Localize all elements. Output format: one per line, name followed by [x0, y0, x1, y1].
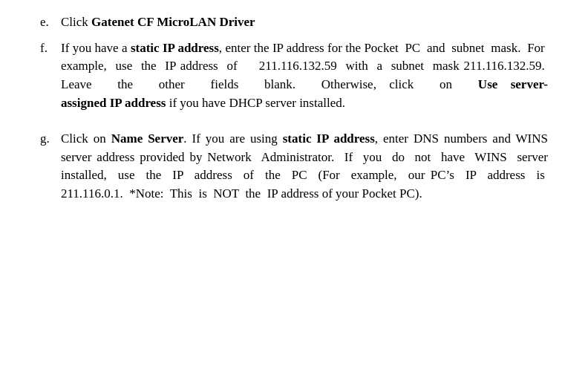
- gatenet-driver-text: Gatenet CF MicroLAN Driver: [91, 15, 255, 29]
- page-content: e. Click Gatenet CF MicroLAN Driver f. I…: [0, 0, 588, 224]
- list-content-g: Click on Name Server. If you are using s…: [61, 130, 548, 204]
- list-item-e: e. Click Gatenet CF MicroLAN Driver: [40, 13, 548, 32]
- list-item-g: g. Click on Name Server. If you are usin…: [40, 130, 548, 204]
- static-ip-address-bold-g: static IP address: [283, 131, 375, 146]
- use-server-assigned-bold: Use server-assigned IP address: [61, 77, 548, 110]
- list-label-g: g.: [40, 130, 61, 204]
- spacer: [40, 120, 548, 130]
- list-label-e: e.: [40, 13, 61, 32]
- list-item-f: f. If you have a static IP address, ente…: [40, 39, 548, 113]
- static-ip-address-bold-f: static IP address: [131, 41, 219, 55]
- list-content-e: Click Gatenet CF MicroLAN Driver: [61, 13, 548, 32]
- name-server-bold: Name Server: [111, 131, 184, 146]
- list-content-f: If you have a static IP address, enter t…: [61, 39, 548, 113]
- list-label-f: f.: [40, 39, 61, 113]
